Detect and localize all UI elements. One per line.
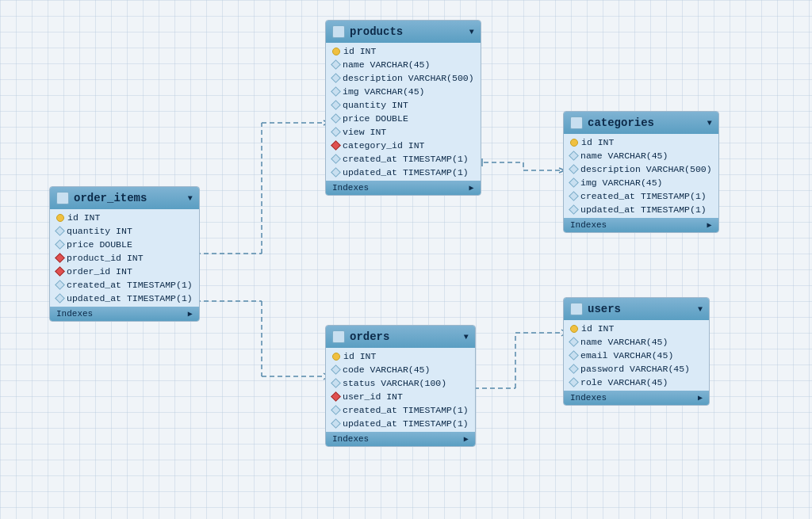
field-label: password VARCHAR(45) (580, 364, 690, 374)
table-footer-users[interactable]: Indexes▶ (564, 391, 709, 405)
table-order_items: order_items▼id INTquantity INTprice DOUB… (49, 186, 200, 322)
table-grid-icon (56, 192, 69, 204)
table-orders: orders▼id INTcode VARCHAR(45)status VARC… (325, 325, 476, 447)
field-label: description VARCHAR(500) (580, 164, 712, 174)
indexes-arrow-icon[interactable]: ▶ (698, 393, 703, 403)
table-title-orders: orders (350, 330, 389, 343)
table-header-users[interactable]: users▼ (564, 298, 709, 320)
table-row: role VARCHAR(45) (564, 376, 709, 389)
field-label: id INT (581, 137, 614, 147)
table-footer-orders[interactable]: Indexes▶ (326, 432, 475, 446)
field-icon (331, 405, 341, 415)
table-grid-icon (332, 25, 345, 38)
table-footer-categories[interactable]: Indexes▶ (564, 218, 718, 232)
field-label: updated_at TIMESTAMP(1) (580, 204, 707, 215)
key-icon (570, 325, 578, 333)
field-label: name VARCHAR(45) (343, 59, 430, 70)
table-title-categories: categories (588, 116, 654, 129)
table-body-order_items: id INTquantity INTprice DOUBLEproduct_id… (50, 209, 199, 307)
field-icon (55, 293, 65, 303)
table-row: quantity INT (326, 98, 481, 112)
indexes-arrow-icon[interactable]: ▶ (469, 183, 474, 193)
table-row: id INT (564, 322, 709, 335)
table-grid-icon (570, 116, 583, 129)
table-header-orders[interactable]: orders▼ (326, 326, 475, 348)
field-label: view INT (343, 127, 386, 137)
dropdown-arrow-icon[interactable]: ▼ (469, 28, 474, 36)
table-row: price DOUBLE (326, 112, 481, 125)
table-row: img VARCHAR(45) (326, 85, 481, 98)
table-row: id INT (50, 211, 199, 224)
field-label: name VARCHAR(45) (580, 151, 668, 161)
table-body-products: id INTname VARCHAR(45)description VARCHA… (326, 43, 481, 181)
table-header-categories[interactable]: categories▼ (564, 112, 718, 134)
field-icon (569, 377, 579, 387)
indexes-label: Indexes (332, 183, 369, 193)
table-row: updated_at TIMESTAMP(1) (326, 417, 475, 430)
table-row: name VARCHAR(45) (326, 58, 481, 71)
table-products: products▼id INTname VARCHAR(45)descripti… (325, 20, 481, 196)
table-row: id INT (326, 349, 475, 363)
table-grid-icon (332, 330, 345, 343)
field-icon (331, 86, 341, 97)
table-row: name VARCHAR(45) (564, 149, 718, 162)
field-label: category_id INT (343, 140, 425, 151)
field-icon (331, 378, 341, 388)
field-icon (331, 127, 341, 137)
field-icon (331, 364, 341, 375)
field-icon (331, 73, 341, 83)
field-icon (55, 226, 65, 236)
field-label: description VARCHAR(500) (343, 73, 474, 83)
dropdown-arrow-icon[interactable]: ▼ (707, 119, 712, 128)
table-header-products[interactable]: products▼ (326, 21, 481, 43)
field-label: price DOUBLE (67, 239, 132, 250)
indexes-label: Indexes (56, 309, 93, 319)
table-footer-order_items[interactable]: Indexes▶ (50, 307, 199, 321)
table-row: description VARCHAR(500) (564, 162, 718, 176)
field-label: role VARCHAR(45) (580, 377, 668, 387)
table-row: img VARCHAR(45) (564, 176, 718, 189)
key-icon (332, 48, 340, 55)
table-categories: categories▼id INTname VARCHAR(45)descrip… (563, 111, 719, 233)
table-row: description VARCHAR(500) (326, 71, 481, 85)
field-label: id INT (343, 351, 376, 361)
table-row: quantity INT (50, 224, 199, 238)
table-row: updated_at TIMESTAMP(1) (564, 203, 718, 216)
dropdown-arrow-icon[interactable]: ▼ (698, 305, 703, 314)
indexes-label: Indexes (570, 220, 607, 230)
foreign-key-icon (55, 266, 65, 277)
table-header-order_items[interactable]: order_items▼ (50, 187, 199, 209)
table-row: product_id INT (50, 251, 199, 265)
indexes-label: Indexes (332, 434, 369, 444)
field-label: id INT (343, 46, 376, 56)
table-row: updated_at TIMESTAMP(1) (326, 166, 481, 179)
table-grid-icon (570, 303, 583, 315)
table-body-categories: id INTname VARCHAR(45)description VARCHA… (564, 134, 718, 218)
field-label: price DOUBLE (343, 113, 408, 124)
key-icon (56, 214, 64, 222)
table-row: user_id INT (326, 390, 475, 403)
table-row: name VARCHAR(45) (564, 335, 709, 349)
field-icon (569, 164, 579, 174)
field-label: status VARCHAR(100) (343, 378, 446, 388)
field-label: img VARCHAR(45) (580, 177, 663, 188)
dropdown-arrow-icon[interactable]: ▼ (464, 333, 469, 342)
table-row: order_id INT (50, 265, 199, 278)
table-users: users▼id INTname VARCHAR(45)email VARCHA… (563, 297, 710, 406)
indexes-arrow-icon[interactable]: ▶ (464, 434, 469, 444)
field-label: user_id INT (343, 391, 403, 402)
indexes-arrow-icon[interactable]: ▶ (707, 220, 712, 230)
foreign-key-icon (331, 391, 341, 402)
field-icon (331, 418, 341, 429)
indexes-arrow-icon[interactable]: ▶ (188, 309, 193, 319)
field-label: id INT (581, 323, 614, 334)
field-icon (569, 350, 579, 361)
field-label: id INT (67, 212, 100, 223)
field-label: created_at TIMESTAMP(1) (343, 405, 469, 415)
field-label: quantity INT (343, 100, 408, 110)
field-icon (569, 337, 579, 347)
table-row: status VARCHAR(100) (326, 376, 475, 390)
table-footer-products[interactable]: Indexes▶ (326, 181, 481, 195)
field-label: product_id INT (67, 253, 144, 263)
dropdown-arrow-icon[interactable]: ▼ (188, 194, 193, 203)
